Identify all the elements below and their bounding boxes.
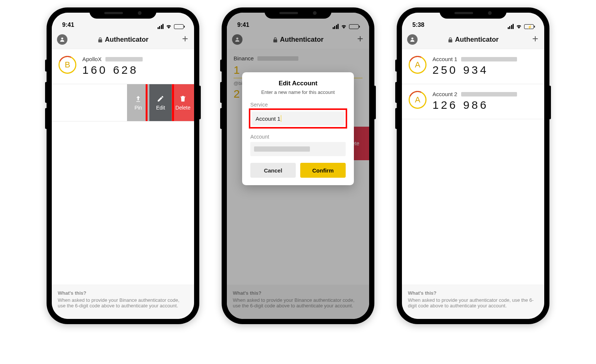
account-ring-icon: A	[409, 56, 427, 74]
app-header: Authenticator +	[52, 31, 194, 49]
status-time: 9:41	[62, 22, 74, 29]
redacted-text	[461, 57, 517, 61]
phone-2: 9:41 Authenticator + Binance	[222, 7, 374, 324]
lock-icon	[448, 37, 453, 43]
wifi-icon	[165, 24, 172, 29]
cancel-button[interactable]: Cancel	[250, 163, 296, 178]
svg-point-0	[61, 38, 63, 39]
status-time: 5:38	[412, 22, 424, 29]
trash-icon	[179, 95, 187, 102]
profile-avatar[interactable]	[57, 34, 67, 45]
edit-label: Edit	[156, 105, 165, 111]
account-row[interactable]: A Account 1 250 934	[402, 49, 544, 84]
service-input[interactable]: Account 1	[252, 111, 344, 126]
account-name: ApolloX	[82, 56, 102, 62]
pin-label: Pin	[134, 105, 142, 111]
footer-title: What's this?	[58, 290, 188, 296]
account-row[interactable]: A Account 2 126 986	[402, 84, 544, 119]
app-title: Authenticator	[455, 36, 499, 44]
delete-button[interactable]: Delete	[172, 84, 194, 121]
footer-title: What's this?	[408, 290, 538, 296]
footer-body: When asked to provide your authenticator…	[408, 297, 538, 308]
totp-code: 126 986	[432, 99, 538, 111]
totp-code: 250 934	[432, 64, 538, 76]
service-label: Service	[250, 102, 346, 108]
svg-point-2	[411, 38, 413, 39]
account-ring-icon: A	[409, 91, 427, 109]
lock-icon	[98, 37, 103, 43]
add-button[interactable]: +	[182, 34, 188, 44]
delete-label: Delete	[175, 105, 190, 111]
footer-help: What's this? When asked to provide your …	[52, 285, 194, 319]
modal-subtitle: Enter a new name for this account	[250, 89, 346, 95]
highlight-box: Account 1	[249, 108, 347, 129]
profile-avatar[interactable]	[407, 34, 418, 45]
phone-3: 5:38 ⚡ Authenticator + A	[397, 7, 549, 324]
modal-title: Edit Account	[250, 80, 346, 87]
account-row-swiped[interactable]: inance.com 265 Pin Edit Delet	[52, 84, 194, 121]
battery-charging-icon: ⚡	[524, 24, 534, 29]
edit-account-modal: Edit Account Enter a new name for this a…	[242, 72, 354, 185]
confirm-button[interactable]: Confirm	[300, 163, 346, 178]
footer-help: What's this? When asked to provide your …	[402, 285, 544, 319]
modal-overlay: Edit Account Enter a new name for this a…	[227, 13, 369, 319]
account-label: Account	[250, 134, 346, 140]
redacted-text	[105, 57, 143, 61]
redacted-text	[461, 92, 517, 96]
account-name: Account 1	[432, 56, 457, 62]
content: B ApolloX 160 628 inance.com 265	[52, 49, 194, 285]
account-ring-icon: B	[58, 56, 76, 74]
phone-1: 9:41 Authenticator + B	[47, 7, 199, 324]
battery-icon	[174, 24, 184, 29]
pencil-icon	[157, 95, 164, 102]
edit-button[interactable]: Edit	[149, 84, 172, 121]
account-name: Account 2	[432, 91, 457, 97]
signal-icon	[508, 24, 514, 29]
app-title: Authenticator	[105, 36, 149, 44]
wifi-icon	[516, 24, 522, 29]
content: A Account 1 250 934 A	[402, 49, 544, 285]
signal-icon	[158, 24, 164, 29]
add-button[interactable]: +	[532, 34, 538, 44]
account-input[interactable]	[250, 142, 346, 156]
pin-up-icon	[134, 95, 142, 102]
account-row[interactable]: B ApolloX 160 628	[52, 49, 194, 84]
footer-body: When asked to provide your Binance authe…	[58, 297, 188, 308]
service-input-value: Account 1	[256, 115, 280, 122]
redacted-text	[254, 146, 310, 152]
totp-code: 160 628	[82, 64, 187, 76]
pin-button[interactable]: Pin	[127, 84, 149, 121]
app-header: Authenticator +	[402, 31, 544, 49]
